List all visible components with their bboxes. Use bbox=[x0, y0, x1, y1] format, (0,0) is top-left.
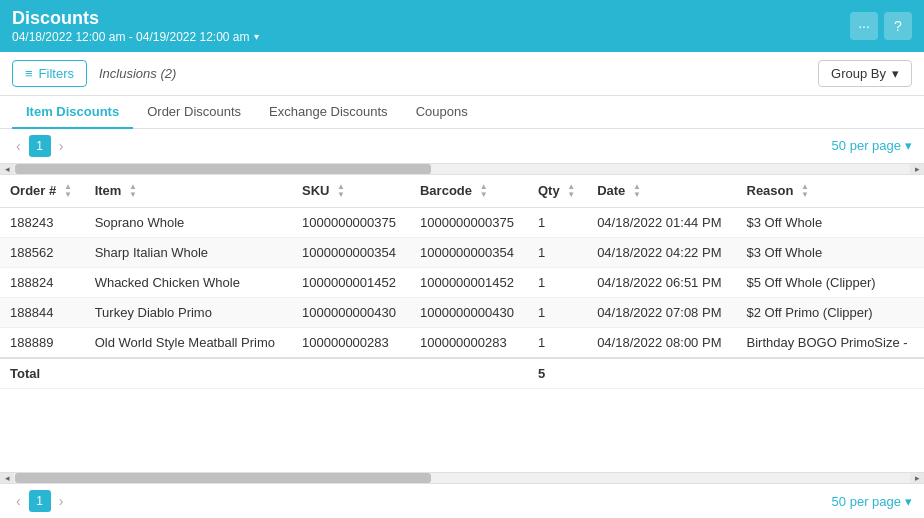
cell-item: Turkey Diablo Primo bbox=[85, 298, 292, 328]
bottom-next-page-button[interactable]: › bbox=[55, 491, 68, 511]
help-button[interactable]: ? bbox=[884, 12, 912, 40]
top-scroll-track[interactable]: ◂ ▸ bbox=[0, 163, 924, 175]
bottom-pagination-controls: ‹ 1 › bbox=[12, 490, 67, 512]
total-cell-date bbox=[587, 358, 736, 389]
bottom-scroll-right-arrow[interactable]: ▸ bbox=[910, 473, 924, 483]
top-pagination-row: ‹ 1 › 50 per page ▾ bbox=[0, 129, 924, 163]
cell-qty: 1 bbox=[528, 268, 587, 298]
inclusions-label: Inclusions (2) bbox=[99, 66, 176, 81]
table-row: 188844Turkey Diablo Primo100000000043010… bbox=[0, 298, 924, 328]
next-page-button[interactable]: › bbox=[55, 136, 68, 156]
cell-qty: 1 bbox=[528, 238, 587, 268]
table-header: Order # ▲▼ Item ▲▼ SKU ▲▼ Barcode ▲▼ bbox=[0, 175, 924, 208]
cell-reason: $2 Off Primo (Clipper) bbox=[737, 298, 925, 328]
cell-barcode: 1000000000354 bbox=[410, 238, 528, 268]
cell-barcode: 1000000000430 bbox=[410, 298, 528, 328]
group-by-chevron-icon: ▾ bbox=[892, 66, 899, 81]
table-row: 188889Old World Style Meatball Primo1000… bbox=[0, 328, 924, 359]
total-row: Total5 bbox=[0, 358, 924, 389]
cell-order: 188562 bbox=[0, 238, 85, 268]
cell-order: 188889 bbox=[0, 328, 85, 359]
col-header-sku[interactable]: SKU ▲▼ bbox=[292, 175, 410, 208]
filter-btn-label: Filters bbox=[39, 66, 74, 81]
col-header-qty[interactable]: Qty ▲▼ bbox=[528, 175, 587, 208]
bottom-scroll-left-arrow[interactable]: ◂ bbox=[0, 473, 14, 483]
group-by-button[interactable]: Group By ▾ bbox=[818, 60, 912, 87]
tab-coupons[interactable]: Coupons bbox=[402, 96, 482, 129]
header-left: Discounts 04/18/2022 12:00 am - 04/19/20… bbox=[12, 8, 259, 44]
sort-icon-sku: ▲▼ bbox=[337, 183, 345, 199]
cell-sku: 1000000001452 bbox=[292, 268, 410, 298]
date-range-label: 04/18/2022 12:00 am - 04/19/2022 12:00 a… bbox=[12, 30, 250, 44]
current-page-number: 1 bbox=[29, 135, 51, 157]
bottom-scroll-track[interactable]: ◂ ▸ bbox=[0, 472, 924, 484]
date-range-chevron-icon[interactable]: ▾ bbox=[254, 31, 259, 42]
sort-icon-barcode: ▲▼ bbox=[480, 183, 488, 199]
header-right: ··· ? bbox=[850, 12, 912, 40]
table-row: 188824Whacked Chicken Whole1000000001452… bbox=[0, 268, 924, 298]
bottom-per-page-chevron-icon: ▾ bbox=[905, 494, 912, 509]
bottom-scroll-thumb[interactable] bbox=[15, 473, 431, 483]
sort-icon-item: ▲▼ bbox=[129, 183, 137, 199]
col-header-order[interactable]: Order # ▲▼ bbox=[0, 175, 85, 208]
cell-qty: 1 bbox=[528, 328, 587, 359]
per-page-chevron-icon: ▾ bbox=[905, 138, 912, 153]
scroll-right-arrow[interactable]: ▸ bbox=[910, 164, 924, 174]
cell-reason: $3 Off Whole bbox=[737, 238, 925, 268]
per-page-button[interactable]: 50 per page ▾ bbox=[832, 138, 912, 153]
filters-button[interactable]: ≡ Filters bbox=[12, 60, 87, 87]
cell-date: 04/18/2022 08:00 PM bbox=[587, 328, 736, 359]
bottom-prev-page-button[interactable]: ‹ bbox=[12, 491, 25, 511]
sort-icon-date: ▲▼ bbox=[633, 183, 641, 199]
sort-icon-reason: ▲▼ bbox=[801, 183, 809, 199]
toolbar: ≡ Filters Inclusions (2) Group By ▾ bbox=[0, 52, 924, 96]
table-container: Order # ▲▼ Item ▲▼ SKU ▲▼ Barcode ▲▼ bbox=[0, 175, 924, 472]
total-cell-item bbox=[85, 358, 292, 389]
col-header-item[interactable]: Item ▲▼ bbox=[85, 175, 292, 208]
bottom-pagination-row: ‹ 1 › 50 per page ▾ bbox=[0, 484, 924, 518]
cell-order: 188824 bbox=[0, 268, 85, 298]
bottom-per-page-label: 50 per page bbox=[832, 494, 901, 509]
scroll-left-arrow[interactable]: ◂ bbox=[0, 164, 14, 174]
col-header-date[interactable]: Date ▲▼ bbox=[587, 175, 736, 208]
cell-barcode: 1000000000375 bbox=[410, 208, 528, 238]
sort-icon-qty: ▲▼ bbox=[567, 183, 575, 199]
cell-reason: $5 Off Whole (Clipper) bbox=[737, 268, 925, 298]
tab-order-discounts[interactable]: Order Discounts bbox=[133, 96, 255, 129]
cell-date: 04/18/2022 01:44 PM bbox=[587, 208, 736, 238]
cell-date: 04/18/2022 06:51 PM bbox=[587, 268, 736, 298]
total-cell-reason bbox=[737, 358, 925, 389]
total-cell-barcode bbox=[410, 358, 528, 389]
total-cell-qty: 5 bbox=[528, 358, 587, 389]
page-title: Discounts bbox=[12, 8, 259, 30]
prev-page-button[interactable]: ‹ bbox=[12, 136, 25, 156]
col-header-reason[interactable]: Reason ▲▼ bbox=[737, 175, 925, 208]
col-header-barcode[interactable]: Barcode ▲▼ bbox=[410, 175, 528, 208]
cell-item: Sharp Italian Whole bbox=[85, 238, 292, 268]
bottom-section: ◂ ▸ ‹ 1 › 50 per page ▾ bbox=[0, 472, 924, 518]
cell-order: 188844 bbox=[0, 298, 85, 328]
toolbar-left: ≡ Filters Inclusions (2) bbox=[12, 60, 176, 87]
group-by-label: Group By bbox=[831, 66, 886, 81]
cell-sku: 1000000000430 bbox=[292, 298, 410, 328]
cell-barcode: 100000000283 bbox=[410, 328, 528, 359]
cell-date: 04/18/2022 04:22 PM bbox=[587, 238, 736, 268]
per-page-label: 50 per page bbox=[832, 138, 901, 153]
cell-qty: 1 bbox=[528, 208, 587, 238]
total-cell-sku bbox=[292, 358, 410, 389]
table-row: 188243Soprano Whole100000000037510000000… bbox=[0, 208, 924, 238]
cell-order: 188243 bbox=[0, 208, 85, 238]
app-container: Discounts 04/18/2022 12:00 am - 04/19/20… bbox=[0, 0, 924, 518]
cell-barcode: 1000000001452 bbox=[410, 268, 528, 298]
sort-icon-order: ▲▼ bbox=[64, 183, 72, 199]
cell-reason: $3 Off Whole bbox=[737, 208, 925, 238]
bottom-per-page-button[interactable]: 50 per page ▾ bbox=[832, 494, 912, 509]
tabs: Item Discounts Order Discounts Exchange … bbox=[0, 96, 924, 129]
tab-item-discounts[interactable]: Item Discounts bbox=[12, 96, 133, 129]
table-body: 188243Soprano Whole100000000037510000000… bbox=[0, 208, 924, 389]
cell-date: 04/18/2022 07:08 PM bbox=[587, 298, 736, 328]
more-options-button[interactable]: ··· bbox=[850, 12, 878, 40]
scroll-thumb[interactable] bbox=[15, 164, 431, 174]
header-subtitle: 04/18/2022 12:00 am - 04/19/2022 12:00 a… bbox=[12, 30, 259, 44]
tab-exchange-discounts[interactable]: Exchange Discounts bbox=[255, 96, 402, 129]
